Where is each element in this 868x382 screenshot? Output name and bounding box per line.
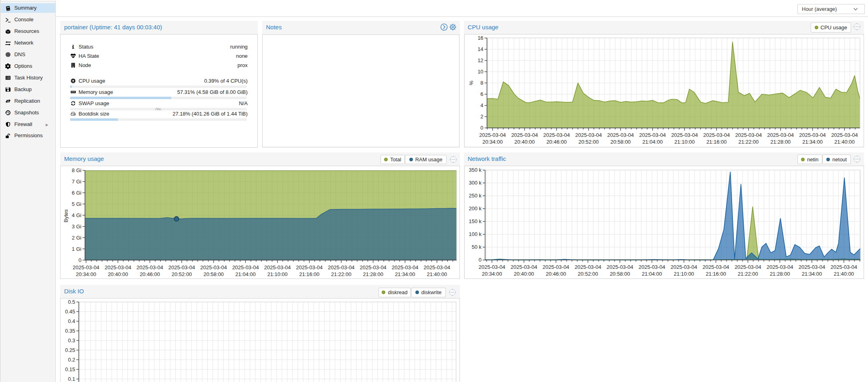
svg-text:20:34:00: 20:34:00: [482, 271, 502, 277]
svg-text:250 k: 250 k: [469, 193, 482, 199]
svg-text:50 k: 50 k: [471, 244, 482, 250]
svg-text:2025-03-04: 2025-03-04: [542, 264, 569, 270]
svg-text:21:10:00: 21:10:00: [674, 139, 695, 145]
svg-text:2025-03-04: 2025-03-04: [702, 264, 729, 270]
svg-text:100 k: 100 k: [469, 231, 482, 237]
svg-text:21:22:00: 21:22:00: [738, 271, 758, 277]
svg-text:20:46:00: 20:46:00: [546, 271, 566, 277]
svg-text:2025-03-04: 2025-03-04: [639, 264, 666, 270]
svg-text:200 k: 200 k: [469, 205, 482, 211]
svg-text:2025-03-04: 2025-03-04: [479, 132, 506, 138]
svg-text:21:04:00: 21:04:00: [642, 139, 663, 145]
svg-text:20:46:00: 20:46:00: [546, 139, 567, 145]
svg-text:0: 0: [480, 125, 483, 131]
svg-text:2025-03-04: 2025-03-04: [73, 264, 99, 270]
svg-text:2025-03-04: 2025-03-04: [575, 264, 601, 270]
svg-text:20:52:00: 20:52:00: [578, 271, 598, 277]
svg-text:3 Gi: 3 Gi: [72, 224, 81, 230]
svg-text:2025-03-04: 2025-03-04: [479, 264, 506, 270]
svg-text:21:40:00: 21:40:00: [834, 271, 854, 277]
svg-text:0.35: 0.35: [65, 328, 75, 334]
svg-text:0: 0: [79, 257, 81, 263]
svg-text:21:16:00: 21:16:00: [299, 271, 320, 277]
svg-text:0: 0: [479, 257, 482, 263]
svg-text:2025-03-04: 2025-03-04: [264, 264, 291, 270]
svg-text:2025-03-04: 2025-03-04: [200, 264, 227, 270]
svg-text:21:34:00: 21:34:00: [802, 139, 823, 145]
svg-text:0.4: 0.4: [68, 318, 75, 324]
svg-text:2 Gi: 2 Gi: [72, 235, 81, 241]
svg-text:21:28:00: 21:28:00: [770, 139, 791, 145]
svg-text:21:28:00: 21:28:00: [363, 271, 383, 277]
svg-text:8 Gi: 8 Gi: [72, 167, 81, 173]
svg-text:5 Gi: 5 Gi: [72, 201, 81, 207]
svg-text:2025-03-04: 2025-03-04: [767, 132, 794, 138]
svg-text:6: 6: [480, 91, 483, 97]
svg-text:20:34:00: 20:34:00: [482, 139, 503, 145]
svg-text:0.25: 0.25: [65, 347, 75, 353]
svg-text:20:40:00: 20:40:00: [108, 271, 128, 277]
svg-text:2025-03-04: 2025-03-04: [831, 264, 858, 270]
svg-text:2025-03-04: 2025-03-04: [392, 264, 419, 270]
svg-text:2025-03-04: 2025-03-04: [136, 264, 163, 270]
svg-text:0.2: 0.2: [68, 357, 75, 363]
svg-text:20:46:00: 20:46:00: [140, 271, 160, 277]
svg-text:21:34:00: 21:34:00: [802, 271, 822, 277]
svg-text:2025-03-04: 2025-03-04: [703, 132, 730, 138]
svg-text:2025-03-04: 2025-03-04: [735, 132, 762, 138]
svg-text:2025-03-04: 2025-03-04: [511, 264, 538, 270]
svg-text:21:04:00: 21:04:00: [642, 271, 662, 277]
svg-text:2025-03-04: 2025-03-04: [671, 264, 698, 270]
svg-text:2025-03-04: 2025-03-04: [296, 264, 323, 270]
svg-text:14: 14: [478, 46, 483, 52]
svg-text:0.3: 0.3: [68, 337, 75, 343]
svg-text:2025-03-04: 2025-03-04: [360, 264, 386, 270]
svg-text:21:04:00: 21:04:00: [235, 271, 256, 277]
svg-text:20:58:00: 20:58:00: [610, 271, 630, 277]
svg-text:0.15: 0.15: [65, 366, 75, 372]
svg-text:20:34:00: 20:34:00: [76, 271, 96, 277]
svg-text:2025-03-04: 2025-03-04: [543, 132, 570, 138]
svg-text:21:16:00: 21:16:00: [706, 139, 727, 145]
svg-text:21:28:00: 21:28:00: [770, 271, 790, 277]
svg-text:Bytes: Bytes: [63, 209, 69, 222]
svg-text:2025-03-04: 2025-03-04: [424, 264, 451, 270]
svg-text:4: 4: [480, 102, 483, 108]
svg-text:8: 8: [480, 80, 483, 86]
svg-text:20:52:00: 20:52:00: [579, 139, 599, 145]
svg-text:12: 12: [478, 57, 483, 63]
svg-text:300 k: 300 k: [469, 180, 482, 186]
svg-text:150 k: 150 k: [469, 218, 482, 224]
svg-text:2025-03-04: 2025-03-04: [511, 132, 538, 138]
svg-text:20:40:00: 20:40:00: [514, 139, 535, 145]
svg-text:21:40:00: 21:40:00: [427, 271, 447, 277]
svg-text:21:16:00: 21:16:00: [706, 271, 726, 277]
svg-text:%: %: [468, 80, 474, 85]
svg-text:1 Gi: 1 Gi: [72, 246, 81, 252]
svg-text:350 k: 350 k: [469, 167, 482, 173]
svg-text:2025-03-04: 2025-03-04: [639, 132, 666, 138]
svg-text:2: 2: [480, 114, 483, 120]
svg-text:2025-03-04: 2025-03-04: [328, 264, 355, 270]
svg-text:2025-03-04: 2025-03-04: [168, 264, 195, 270]
svg-text:2025-03-04: 2025-03-04: [831, 132, 858, 138]
svg-text:20:58:00: 20:58:00: [203, 271, 224, 277]
svg-text:2025-03-04: 2025-03-04: [607, 132, 634, 138]
svg-text:2025-03-04: 2025-03-04: [575, 132, 602, 138]
svg-text:2025-03-04: 2025-03-04: [105, 264, 132, 270]
svg-text:20:58:00: 20:58:00: [610, 139, 631, 145]
svg-text:10: 10: [478, 69, 483, 75]
svg-text:2025-03-04: 2025-03-04: [734, 264, 761, 270]
svg-text:4 Gi: 4 Gi: [72, 212, 81, 218]
svg-text:16: 16: [478, 35, 483, 41]
svg-text:21:10:00: 21:10:00: [267, 271, 288, 277]
svg-text:20:40:00: 20:40:00: [514, 271, 534, 277]
svg-text:0.5: 0.5: [68, 299, 75, 305]
svg-text:2025-03-04: 2025-03-04: [671, 132, 698, 138]
svg-text:21:10:00: 21:10:00: [674, 271, 694, 277]
svg-text:2025-03-04: 2025-03-04: [232, 264, 259, 270]
svg-text:21:34:00: 21:34:00: [395, 271, 415, 277]
svg-text:0.45: 0.45: [65, 309, 75, 315]
svg-text:21:22:00: 21:22:00: [331, 271, 352, 277]
svg-text:7 Gi: 7 Gi: [72, 179, 81, 185]
